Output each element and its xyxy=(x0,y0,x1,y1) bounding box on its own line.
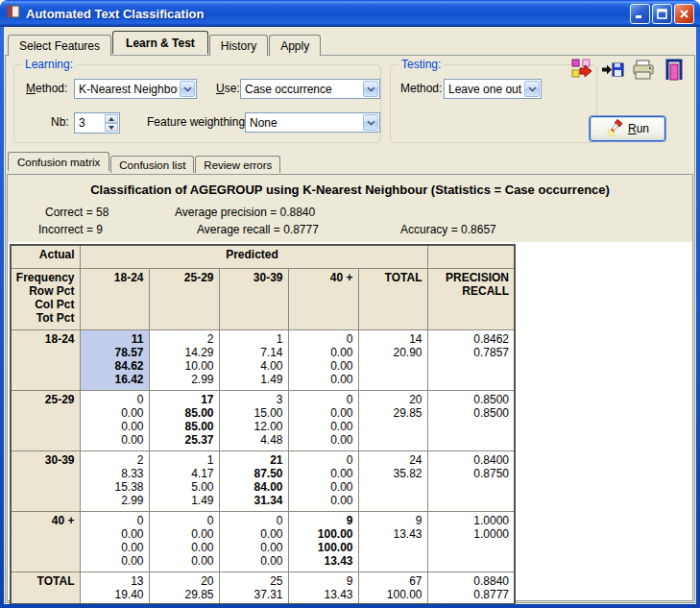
row-label: 40 + xyxy=(11,511,80,572)
total-row-label: TOTAL xyxy=(11,572,80,604)
row-label: 25-29 xyxy=(11,390,80,450)
title-bar[interactable]: Automated Text Classification xyxy=(0,0,700,27)
row-precision-recall-cell: 1.00001.0000 xyxy=(427,511,515,572)
main-tab-strip: Select FeaturesLearn & TestHistoryApply xyxy=(8,32,322,55)
matrix-cell: 00.000.000.00 xyxy=(288,390,358,450)
matrix-cell: 1785.0085.0025.37 xyxy=(149,390,219,450)
toolbar xyxy=(569,58,687,83)
testing-group: Testing: Method: Leave one out xyxy=(390,64,597,143)
feature-weighting-label: Feature weighthing: xyxy=(147,115,248,129)
flashlight-icon xyxy=(606,119,623,139)
stat-avg-recall: Average recall = 0.8777 xyxy=(197,223,319,236)
matrix-cell: 00.000.000.00 xyxy=(80,390,149,450)
results-title: Classification of AGEGROUP using K-Neare… xyxy=(8,182,692,197)
results-tab-confusion-list[interactable]: Confusion list xyxy=(110,156,194,173)
total-cell: 1319.40 xyxy=(80,572,149,604)
chevron-down-icon[interactable] xyxy=(180,81,195,97)
matrix-cell: 00.000.000.00 xyxy=(149,511,219,572)
confusion-matrix-panel: Classification of AGEGROUP using K-Neare… xyxy=(7,174,693,601)
confusion-matrix-table: ActualPredictedFrequencyRow PctCol PctTo… xyxy=(10,244,516,604)
matrix-cell: 28.3315.382.99 xyxy=(80,450,149,511)
stat-accuracy: Accuracy = 0.8657 xyxy=(400,223,496,236)
nb-label: Nb: xyxy=(51,115,69,129)
results-tab-confusion-matrix[interactable]: Confusion matrix xyxy=(8,152,109,171)
col-header: 30-39 xyxy=(219,268,288,329)
spin-up-icon[interactable] xyxy=(105,114,118,123)
row-label: 30-39 xyxy=(11,450,80,511)
row-precision-recall-cell: 0.84620.7857 xyxy=(427,329,515,390)
spin-down-icon[interactable] xyxy=(105,123,118,132)
feature-weighting-combobox[interactable]: None xyxy=(245,112,380,133)
learning-group-title: Learning: xyxy=(22,58,76,71)
confusion-matrix-table-wrap: ActualPredictedFrequencyRow PctCol PctTo… xyxy=(10,244,516,604)
total-cell: 2537.31 xyxy=(219,572,288,604)
precision-header-spacer xyxy=(427,245,515,268)
minimize-button[interactable] xyxy=(630,4,650,24)
feature-weighting-value: None xyxy=(250,116,361,130)
matrix-cell: 2187.5084.0031.34 xyxy=(219,450,288,511)
col-header: TOTAL xyxy=(358,268,427,329)
results-tab-strip: Confusion matrixConfusion listReview err… xyxy=(8,153,281,172)
tab-history[interactable]: History xyxy=(209,35,268,56)
chevron-down-icon[interactable] xyxy=(363,81,378,97)
maximize-button[interactable] xyxy=(652,4,672,24)
tab-learn-test[interactable]: Learn & Test xyxy=(112,31,208,54)
predicted-header: Predicted xyxy=(80,245,427,268)
run-button-label: Run xyxy=(628,122,649,135)
results-header: Classification of AGEGROUP using K-Neare… xyxy=(8,175,692,242)
col-header: 40 + xyxy=(288,268,358,329)
matrix-cell: 00.000.000.00 xyxy=(288,450,358,511)
matrix-cell: 17.144.001.49 xyxy=(219,329,288,390)
matrix-cell: 9100.00100.0013.43 xyxy=(288,511,358,572)
stat-incorrect: Incorrect = 9 xyxy=(38,223,103,236)
row-precision-recall-cell: 0.85000.8500 xyxy=(427,390,515,450)
testing-method-combobox[interactable]: Leave one out xyxy=(444,79,542,99)
stat-avg-precision: Average precision = 0.8840 xyxy=(175,206,315,219)
export-results-icon[interactable] xyxy=(569,58,594,83)
nb-value: 3 xyxy=(79,116,85,130)
grand-total-cell: 67100.00 xyxy=(358,572,427,604)
row-total-cell: 913.43 xyxy=(358,511,427,572)
matrix-cell: 00.000.000.00 xyxy=(219,511,288,572)
learn-and-test-page: Learning: Method: K-Nearest Neighbour Us… xyxy=(5,55,695,603)
col-header: 18-24 xyxy=(80,268,149,329)
col-header: 25-29 xyxy=(149,268,219,329)
save-icon[interactable] xyxy=(600,58,625,83)
stat-correct: Correct = 58 xyxy=(45,206,109,219)
app-window: Automated Text Classification Select Fea… xyxy=(0,0,700,608)
chevron-down-icon[interactable] xyxy=(524,81,540,97)
actual-header: Actual xyxy=(11,245,80,268)
chevron-down-icon[interactable] xyxy=(363,114,378,131)
close-button[interactable] xyxy=(674,4,694,24)
row-total-cell: 1420.90 xyxy=(358,329,427,390)
total-cell: 2029.85 xyxy=(149,572,219,604)
use-combobox[interactable]: Case occurrence xyxy=(240,79,380,99)
nb-stepper[interactable]: 3 xyxy=(74,112,120,134)
exit-icon[interactable] xyxy=(662,58,687,83)
tab-select-features[interactable]: Select Features xyxy=(8,35,111,56)
testing-group-title: Testing: xyxy=(398,58,444,71)
matrix-cell: 14.175.001.49 xyxy=(149,450,219,511)
matrix-cell: 1178.5784.6216.42 xyxy=(80,329,149,390)
matrix-cell: 214.2910.002.99 xyxy=(149,329,219,390)
total-cell: 913.43 xyxy=(288,572,358,604)
results-tab-review-errors[interactable]: Review errors xyxy=(195,156,280,173)
row-label: 18-24 xyxy=(11,329,80,390)
stat-labels-header: FrequencyRow PctCol PctTot Pct xyxy=(11,268,80,329)
matrix-cell: 00.000.000.00 xyxy=(80,511,149,572)
row-total-cell: 2029.85 xyxy=(358,390,427,450)
app-icon xyxy=(6,4,21,23)
matrix-cell: 315.0012.004.48 xyxy=(219,390,288,450)
method-value: K-Nearest Neighbour xyxy=(79,83,178,96)
matrix-cell: 00.000.000.00 xyxy=(288,329,358,390)
testing-method-value: Leave one out xyxy=(448,83,522,96)
method-combobox[interactable]: K-Nearest Neighbour xyxy=(74,79,197,99)
testing-method-label: Method: xyxy=(400,82,442,95)
tab-apply[interactable]: Apply xyxy=(269,35,321,56)
total-precision-recall-cell: 0.88400.8777 xyxy=(427,572,515,604)
run-button[interactable]: Run xyxy=(590,116,665,141)
row-total-cell: 2435.82 xyxy=(358,450,427,511)
window-title: Automated Text Classification xyxy=(26,7,630,21)
print-icon[interactable] xyxy=(631,58,656,83)
use-label: Use: xyxy=(216,82,240,95)
